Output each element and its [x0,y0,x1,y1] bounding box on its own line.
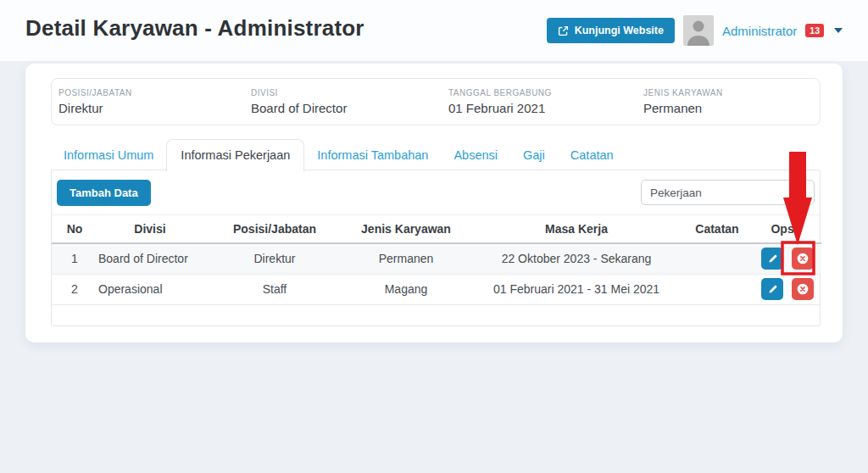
select-caret-icon [798,191,805,195]
cell-no: 1 [52,243,97,274]
col-header-no: No [52,215,97,244]
delete-button[interactable] [792,278,814,300]
field-value: Board of Director [251,101,448,115]
field-label: POSISI/JABATAN [58,88,251,97]
table-row: 1 Board of Director Direktur Permanen 22… [52,243,821,274]
col-header-posisi: Posisi/Jabatan [203,215,347,244]
circle-x-icon [796,282,810,296]
employee-detail-card: POSISI/JABATAN Direktur DIVISI Board of … [25,64,843,342]
filter-select[interactable]: Pekerjaan [641,180,815,205]
cell-divisi: Board of Director [97,243,203,274]
circle-x-icon [796,252,810,265]
cell-no: 2 [52,274,97,304]
page-title: Detail Karyawan - Administrator [25,15,364,42]
cell-masa-kerja: 01 Februari 2021 - 31 Mei 2021 [465,274,687,304]
user-avatar[interactable] [683,15,714,46]
visit-website-label: Kunjungi Website [575,25,664,36]
filter-select-value: Pekerjaan [650,186,702,199]
field-value: Permanen [643,101,820,115]
summary-field-divisi: DIVISI Board of Director [251,88,448,115]
col-header-divisi: Divisi [97,215,203,244]
summary-field-tanggal-bergabung: TANGGAL BERGABUNG 01 Februari 2021 [448,88,643,115]
cell-catatan [687,243,747,274]
employee-summary-strip: POSISI/JABATAN Direktur DIVISI Board of … [51,78,821,125]
tab-informasi-tambahan[interactable]: Informasi Tambahan [304,141,441,170]
cell-jenis: Magang [347,274,465,304]
col-header-opsi: Opsi [747,215,821,244]
pencil-icon [767,253,778,264]
pencil-icon [767,284,778,295]
summary-field-posisi: POSISI/JABATAN Direktur [58,88,251,115]
field-value: Direktur [58,101,251,115]
cell-catatan [687,274,747,304]
user-menu-caret-icon[interactable] [834,28,843,33]
tab-informasi-umum[interactable]: Informasi Umum [51,141,166,170]
add-data-button[interactable]: Tambah Data [57,180,151,206]
edit-button[interactable] [761,248,783,270]
field-value: 01 Februari 2021 [448,101,643,115]
cell-jenis: Permanen [347,243,465,274]
field-label: JENIS KARYAWAN [643,88,820,97]
header-right-cluster: Kunjungi Website Administrator 13 [547,14,843,47]
pekerjaan-table: No Divisi Posisi/Jabatan Jenis Karyawan … [52,214,821,305]
cell-posisi: Direktur [203,243,347,274]
cell-posisi: Staff [203,274,347,304]
delete-button[interactable] [792,248,814,270]
cell-opsi [747,243,821,274]
user-name[interactable]: Administrator [722,24,797,38]
col-header-jenis: Jenis Karyawan [347,215,465,244]
tab-panel-informasi-pekerjaan: Tambah Data Pekerjaan No Divisi Posisi/J… [51,170,821,326]
col-header-masa-kerja: Masa Kerja [465,215,687,244]
cell-opsi [747,274,821,304]
tab-informasi-pekerjaan[interactable]: Informasi Pekerjaan [166,139,304,171]
summary-field-jenis-karyawan: JENIS KARYAWAN Permanen [643,88,820,115]
tab-absensi[interactable]: Absensi [441,141,510,170]
field-label: DIVISI [251,88,448,97]
notification-badge[interactable]: 13 [805,24,824,38]
tab-gaji[interactable]: Gaji [510,141,558,170]
cell-divisi: Operasional [97,274,203,304]
table-row: 2 Operasional Staff Magang 01 Februari 2… [52,274,821,304]
detail-tabs: Informasi Umum Informasi Pekerjaan Infor… [51,138,626,170]
cell-masa-kerja: 22 Oktober 2023 - Sekarang [465,243,687,274]
external-link-icon [558,25,569,36]
edit-button[interactable] [761,278,783,300]
visit-website-button[interactable]: Kunjungi Website [547,18,675,43]
tab-catatan[interactable]: Catatan [558,141,626,170]
col-header-catatan: Catatan [687,215,747,244]
table-header-row: No Divisi Posisi/Jabatan Jenis Karyawan … [52,215,821,244]
field-label: TANGGAL BERGABUNG [448,88,643,97]
